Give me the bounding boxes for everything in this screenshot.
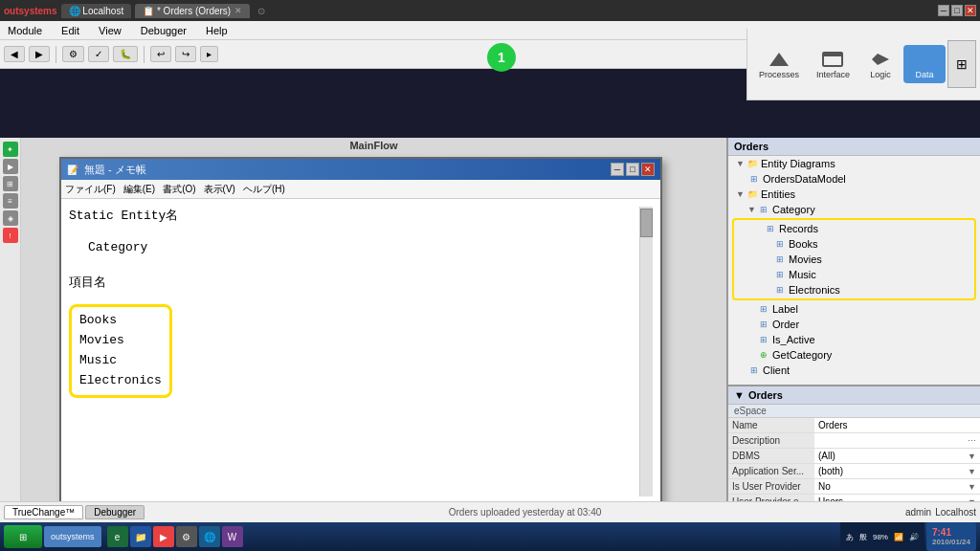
panel-toggle-button[interactable]: ⊞ [947,40,976,88]
taskbar-outsystems[interactable]: outsystems [44,526,101,547]
close-icon[interactable]: ✕ [234,6,242,15]
notepad-scrollbar[interactable] [639,207,653,496]
system-clock[interactable]: 7:41 2010/01/24 [926,522,976,551]
sidebar-icon-1[interactable]: ✦ [3,142,18,157]
db-icon: ⊞ [773,253,787,266]
taskbar-icon-1[interactable]: e [107,526,128,547]
notepad-menu-help[interactable]: ヘルプ(H) [243,183,285,196]
tree-label: Category [772,204,815,215]
item-movies: Movies [79,331,162,351]
flow-label: MainFlow [349,140,397,151]
notepad-menu-format[interactable]: 書式(O) [163,183,195,196]
arrow-icon: ▼ [968,482,976,492]
tree-node-is-active[interactable]: ⊞ Is_Active [728,332,980,347]
tree-label: Is_Active [772,334,815,345]
tree-label: Electronics [789,284,840,296]
prop-value-dbms[interactable]: (All)▼ [814,449,980,463]
sidebar-icon-3[interactable]: ⊞ [3,176,18,191]
bug-button[interactable]: 🐛 [113,46,138,62]
tree-node-entity-diagrams[interactable]: ▼ 📁 Entity Diagrams [728,156,980,171]
redo-button[interactable]: ↪ [175,46,196,62]
sidebar-icon-6[interactable]: ! [3,228,18,243]
properties-header: ▼ Orders [728,386,980,405]
status-tab-truechange[interactable]: TrueChange™ [4,505,83,519]
menu-module[interactable]: Module [4,25,46,36]
tab-localhost[interactable]: 🌐 Localhost [61,4,132,18]
logic-icon [867,49,894,70]
step-badge: 1 [487,43,516,72]
prop-value-desc[interactable]: ⋯ [814,433,980,448]
sidebar-icon-4[interactable]: ≡ [3,193,18,209]
tree-node-client[interactable]: ⊞ Client [728,363,980,378]
tree-node-records[interactable]: ⊞ Records [735,221,973,236]
tree-node-label[interactable]: ⊞ Label [728,301,980,317]
check-button[interactable]: ✓ [88,46,109,62]
tree-node-menuitem[interactable]: ⊞ MenuItem [728,378,980,382]
back-button[interactable]: ◀ [4,46,25,62]
taskbar-icon-6[interactable]: W [222,526,243,547]
flow-area: MainFlow 📝 無題 - メモ帳 ─ □ ✕ ファイル(F) 編集(E) … [21,138,726,551]
processes-button[interactable]: Processes [751,45,807,83]
tree-node-order[interactable]: ⊞ Order [728,317,980,332]
minimize-button[interactable]: ─ [938,5,949,16]
tree-node-ordersdatamodel[interactable]: ⊞ OrdersDataModel [728,171,980,187]
prop-value-appser[interactable]: (both)▼ [814,464,980,478]
tree-label: Books [789,238,818,250]
tree-label: Entity Diagrams [761,158,835,169]
function-icon: ⊕ [757,348,770,362]
scrollbar-thumb[interactable] [640,209,653,237]
app-logo: outsystems [4,6,57,16]
status-bar: TrueChange™ Debugger Orders uploaded yes… [0,501,980,522]
undo-button[interactable]: ↩ [150,46,171,62]
tree-node-electronics[interactable]: ⊞ Electronics [735,282,973,298]
prop-value-userprovider[interactable]: No▼ [814,479,980,494]
tree-label: Records [779,223,818,234]
notepad-maximize-button[interactable]: □ [626,163,639,176]
tree-node-entities[interactable]: ▼ 📁 Entities [728,187,980,202]
tree-node-movies[interactable]: ⊞ Movies [735,252,973,267]
menu-view[interactable]: View [95,25,125,36]
prop-value-name[interactable]: Orders [814,418,980,432]
taskbar-icon-4[interactable]: ⚙ [176,526,197,547]
notepad-close-button[interactable]: ✕ [641,163,655,176]
title-bar: outsystems 🌐 Localhost 📋 * Orders (Order… [0,0,980,21]
menu-edit[interactable]: Edit [57,25,83,36]
db-icon: ⊞ [747,379,761,382]
prop-row-userprovider: Is User Provider No▼ [728,479,980,495]
logic-button[interactable]: Logic [859,45,902,83]
interface-button[interactable]: Interface [809,45,858,83]
taskbar-icon-5[interactable]: 🌐 [199,526,220,547]
notepad-text-area[interactable]: Static Entity名 Category 項目名 Books Movies… [69,207,635,496]
taskbar-icon-2[interactable]: 📁 [130,526,151,547]
taskbar-icon-3[interactable]: ▶ [153,526,174,547]
start-button[interactable]: ⊞ [4,525,42,548]
sidebar-icon-2[interactable]: ▶ [3,159,18,174]
prop-label-desc: Description [728,433,814,448]
right-panel: Orders ▼ 📁 Entity Diagrams ⊞ OrdersDataM… [726,138,980,551]
tab-localhost-label: 🌐 Localhost [69,6,124,16]
tree-node-books[interactable]: ⊞ Books [735,236,973,252]
taskbar-icons: e 📁 ▶ ⚙ 🌐 W [107,526,243,547]
status-tab-debugger[interactable]: Debugger [85,505,145,519]
data-button[interactable]: Data [903,45,946,83]
settings-button[interactable]: ⚙ [62,46,84,62]
tree-node-music[interactable]: ⊞ Music [735,267,973,282]
tree-node-category[interactable]: ▼ ⊞ Category [728,202,980,217]
tree-header: Orders [728,138,980,156]
sidebar-icon-5[interactable]: ◈ [3,210,18,226]
menu-help[interactable]: Help [202,25,232,36]
close-window-button[interactable]: ✕ [965,5,976,16]
more-button[interactable]: ▸ [200,46,218,62]
tab-orders[interactable]: 📋 * Orders (Orders) ✕ [135,4,250,18]
tree-label: Order [772,319,799,330]
notepad-menu-view[interactable]: 表示(V) [204,183,235,196]
prop-label-userprovider: Is User Provider [728,479,814,494]
tree-label: Entities [761,188,795,200]
tree-node-getcategory[interactable]: ⊕ GetCategory [728,347,980,363]
notepad-menu-file[interactable]: ファイル(F) [65,183,116,196]
notepad-minimize-button[interactable]: ─ [611,163,624,176]
menu-debugger[interactable]: Debugger [137,25,190,36]
notepad-menu-edit[interactable]: 編集(E) [123,183,155,196]
forward-button[interactable]: ▶ [29,46,50,62]
maximize-button[interactable]: □ [951,5,963,16]
